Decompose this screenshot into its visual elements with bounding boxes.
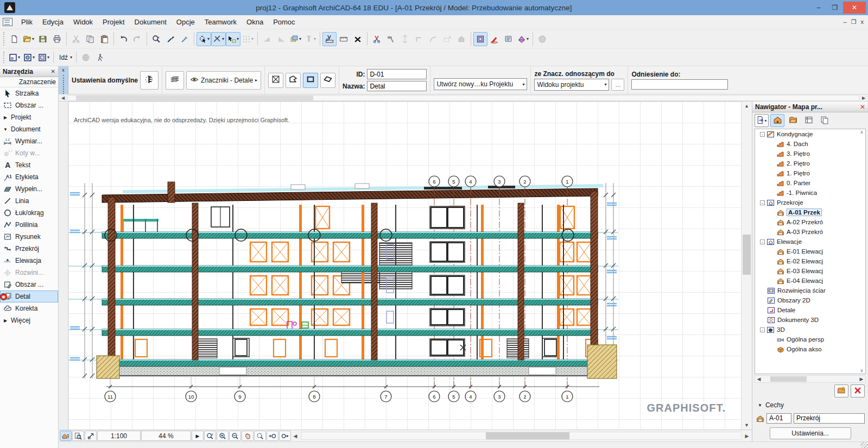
tree-item-e-02-elewacj[interactable]: E-02 Elewacj [755, 256, 865, 266]
dropdown-arrow-icon[interactable]: ▾ [527, 36, 529, 41]
adjust-button[interactable] [384, 32, 398, 46]
corner-button[interactable] [412, 32, 426, 46]
stretch-button[interactable] [440, 32, 454, 46]
marker-reference-dropdown[interactable]: Widoku projektu▾ [534, 79, 609, 91]
tree-item-4-dach[interactable]: 4. Dach [755, 139, 865, 149]
section-drawing-canvas[interactable]: 6543211110987654321 ArchiCAD wersja eduk… [68, 102, 741, 430]
next-view-button[interactable] [279, 431, 291, 441]
minimize-button[interactable]: – [810, 2, 827, 14]
tree-item-e-04-elewacj[interactable]: E-04 Elewacj [755, 276, 865, 286]
tool-projekt[interactable]: ▶Projekt [0, 111, 58, 123]
tree-item-elewacje[interactable]: -Elewacje [755, 237, 865, 247]
settings-button[interactable]: Ustawienia... [770, 427, 851, 439]
navigator-close-icon[interactable]: ✕ [860, 103, 865, 111]
tool-strzałka[interactable]: Strzałka [0, 87, 58, 99]
scroll-left-icon[interactable]: ◀ [59, 96, 67, 100]
canvas-horizontal-scrollbar[interactable] [301, 432, 742, 440]
marker-style-button[interactable]: Znaczniki - Detale ▸ [186, 71, 261, 90]
tree-item-0-parter[interactable]: 0. Parter [755, 178, 865, 188]
trim-button[interactable] [322, 32, 337, 46]
tool-polilinia[interactable]: Polilinia [0, 219, 58, 231]
toolbox-section-selection[interactable]: Zaznaczenie [0, 77, 58, 87]
id-input[interactable] [367, 69, 427, 79]
tree-item-1-piętro[interactable]: 1. Piętro [755, 168, 865, 178]
tree-item-a-01-przek[interactable]: A-01 Przek [755, 207, 865, 217]
project-chooser-button[interactable]: ▸ [755, 114, 769, 127]
tool-wypełn[interactable]: Wypełn... [0, 183, 58, 195]
gravity-button[interactable]: ▾ [303, 32, 318, 46]
paste-button[interactable] [97, 32, 111, 46]
tool-detal[interactable]: ◉Detal [0, 291, 58, 302]
create-new-dropdown[interactable]: Utwórz nowy…ku Projektu▾ [434, 78, 527, 90]
comment-button[interactable] [502, 32, 516, 46]
menu-widok[interactable]: Widok [68, 16, 98, 28]
window-3d-button[interactable]: ▾ [22, 51, 36, 65]
restore-button[interactable]: ❐ [827, 2, 843, 14]
menu-opcje[interactable]: Opcje [172, 16, 200, 28]
pan-button[interactable] [242, 431, 254, 441]
tree-item-obszary-2d[interactable]: Obszary 2D [755, 295, 865, 305]
redo-button[interactable] [130, 32, 144, 46]
tree-item-e-03-elewacj[interactable]: E-03 Elewacj [755, 266, 865, 276]
tool-łuk-okrąg[interactable]: Łuk/okrąg [0, 207, 58, 219]
toolbox-close-icon[interactable]: ✕ [51, 68, 55, 74]
geometry-rectangle-button[interactable] [303, 73, 318, 88]
tool-wymiar[interactable]: 1.2Wymiar... [0, 135, 58, 147]
infobox-default-settings[interactable]: Ustawienia domyślne [68, 66, 162, 94]
tool-rysunek[interactable]: Rysunek [0, 231, 58, 243]
zoom-in-button[interactable] [217, 431, 229, 441]
tool-etykieta[interactable]: A1Etykieta [0, 171, 58, 183]
toolbar-grip[interactable] [3, 52, 6, 63]
collapsed-arrow-icon[interactable]: ▶ [3, 115, 8, 120]
tool-więcej[interactable]: ▶Więcej [0, 314, 58, 326]
menu-pomoc[interactable]: Pomoc [268, 16, 300, 28]
intersect-elements-button[interactable]: ▾ [211, 32, 226, 46]
tool-rozwini[interactable]: Rozwini... [0, 267, 58, 279]
new-folder-button[interactable] [834, 384, 848, 397]
dropdown-arrow-icon[interactable]: ▾ [237, 36, 239, 41]
toolbar-grip[interactable] [3, 32, 6, 46]
dropdown-arrow-icon[interactable]: ▾ [299, 36, 301, 41]
dropdown-arrow-icon[interactable]: ▾ [251, 36, 254, 41]
tool-elewacja[interactable]: Elewacja [0, 255, 58, 267]
layer-settings-button[interactable]: ▾ [288, 32, 303, 46]
geometry-rotated-rectangle-button[interactable] [320, 73, 335, 88]
expanded-arrow-icon[interactable]: ▼ [3, 127, 8, 132]
redline-button[interactable] [487, 32, 502, 46]
dropdown-arrow-icon[interactable]: ▾ [33, 55, 35, 60]
align-button[interactable] [398, 32, 412, 46]
tree-item-kondygnacje[interactable]: -Kondygnacje [755, 129, 865, 139]
menu-dokument[interactable]: Dokument [130, 16, 172, 28]
render-button[interactable]: ▾ [516, 32, 530, 46]
tree-scroll-down-icon[interactable]: ∨ [860, 368, 864, 373]
tree-item-rozwinięcia-ściar[interactable]: Rozwinięcia ściar [755, 286, 865, 295]
geometry-polygon-button[interactable] [286, 73, 301, 88]
close-button[interactable]: ✕ [843, 2, 866, 14]
tool-tekst[interactable]: ATekst [0, 159, 58, 171]
element-snap-button[interactable]: ▾ [226, 32, 240, 46]
fit-in-window-button[interactable] [254, 431, 266, 441]
tool-obszar[interactable]: Obszar ... [0, 279, 58, 291]
zoom-percent-button[interactable]: ± [204, 431, 216, 441]
suspend-groups-button[interactable]: ▾ [197, 32, 211, 46]
tree-scroll-up-icon[interactable]: ∧ [860, 130, 864, 135]
scroll-down-icon[interactable]: ▼ [744, 421, 749, 430]
marquee-view-button[interactable] [473, 32, 487, 46]
tool-korekta[interactable]: Korekta [0, 302, 58, 314]
dropdown-arrow-icon[interactable]: ▾ [314, 36, 316, 41]
menu-projekt[interactable]: Projekt [98, 16, 129, 28]
delete-button[interactable] [851, 384, 865, 397]
tree-expander-icon[interactable]: - [760, 327, 765, 332]
viewpoint-name-input[interactable] [794, 413, 865, 424]
menu-okna[interactable]: Okna [242, 16, 268, 28]
scale-field[interactable]: 1:100 [97, 431, 141, 441]
inject-parameters-button[interactable] [178, 32, 192, 46]
measure-button[interactable] [337, 32, 351, 46]
tree-item-ogólna-persp[interactable]: Ogólna persp [755, 335, 865, 344]
open-file-button[interactable]: ▾ [21, 32, 36, 46]
scroll-right-icon[interactable]: ▶ [743, 433, 751, 439]
tool-linia[interactable]: Linia [0, 195, 58, 207]
infobox-scrollbar[interactable]: ◀ ▶ [59, 94, 868, 102]
dropdown-arrow-icon[interactable]: ▾ [207, 36, 210, 41]
dropdown-arrow-icon[interactable]: ▾ [18, 55, 20, 60]
